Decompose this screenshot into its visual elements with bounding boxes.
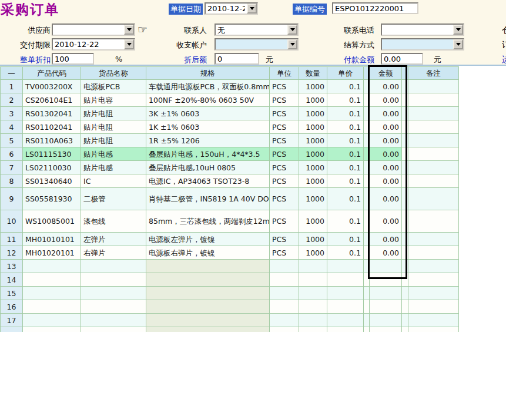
grid-cell[interactable]: 0.1 [327,210,364,233]
discount-input[interactable] [52,53,94,65]
grid-cell[interactable]: PCS [270,107,299,120]
grid-cell[interactable] [364,273,370,287]
grid-cell[interactable] [81,260,146,273]
hand-pointer-icon[interactable]: ☞ [138,24,148,35]
grid-cell[interactable] [299,300,327,314]
grid-cell[interactable] [364,134,370,147]
grid-cell[interactable]: 1000 [299,233,327,246]
grid-cell[interactable] [327,287,364,300]
grid-cell[interactable] [408,300,459,314]
grid-cell[interactable] [408,314,459,327]
grid-cell[interactable]: 电源板右弹片，镀镍 [146,246,270,260]
phone-combobox[interactable] [381,23,464,36]
grid-cell[interactable] [408,93,459,107]
grid-cell[interactable]: PCS [270,233,299,246]
grid-cell[interactable]: PCS [270,93,299,107]
grid-cell[interactable] [408,246,459,260]
doc-date-dropdown-button[interactable] [247,4,257,14]
grid-cell[interactable]: 0.00 [370,188,402,210]
phone-dropdown-button[interactable] [453,25,463,35]
grid-cell[interactable]: 0.1 [327,174,364,188]
grid-cell[interactable] [402,327,408,332]
grid-cell[interactable] [370,287,402,300]
grid-cell[interactable] [408,287,459,300]
grid-cell[interactable] [402,93,408,107]
grid-cell[interactable] [146,287,270,300]
grid-cell[interactable]: 0.00 [370,161,402,174]
grid-cell[interactable] [402,273,408,287]
grid-cell[interactable] [146,273,270,287]
grid-cell[interactable]: 100NF ±20%-80% 0603 50V [146,93,270,107]
grid-cell[interactable] [370,314,402,327]
grid-cell[interactable] [364,80,370,93]
grid-cell[interactable] [408,120,459,134]
grid-cell[interactable]: 1000 [299,80,327,93]
grid-cell[interactable]: 贴片电阻 [81,120,146,134]
grid-cell[interactable]: 0.00 [370,147,402,161]
grid-cell[interactable] [402,188,408,210]
grid-cell[interactable]: 1K ±1% 0603 [146,120,270,134]
grid-cell[interactable] [408,210,459,233]
grid-cell[interactable] [299,273,327,287]
grid-cell[interactable] [408,233,459,246]
grid-cell[interactable]: 0.00 [370,174,402,188]
settle-dropdown-button[interactable] [453,39,463,49]
delivery-dropdown-button[interactable] [124,39,134,49]
grid-cell[interactable]: 贴片电感 [81,147,146,161]
account-combobox[interactable] [215,38,299,51]
grid-cell[interactable] [402,314,408,327]
grid-cell[interactable] [364,246,370,260]
grid-cell[interactable] [23,314,81,327]
grid-cell[interactable] [146,260,270,273]
grid-cell[interactable] [270,287,299,300]
grid-cell[interactable]: 3K ±1% 0603 [146,107,270,120]
grid-cell[interactable] [402,147,408,161]
grid-cell[interactable] [327,300,364,314]
grid-cell[interactable]: 0.00 [370,93,402,107]
grid-cell[interactable]: 0.00 [370,246,402,260]
grid-cell[interactable]: 85mm，三芯漆包线，两端剥皮12mm，浸锡3mm [146,210,270,233]
pay-amount-input[interactable] [381,53,423,65]
grid-cell[interactable] [408,188,459,210]
grid-cell[interactable] [299,287,327,300]
grid-cell[interactable] [364,287,370,300]
grid-cell[interactable] [370,273,402,287]
grid-cell[interactable]: 0.1 [327,93,364,107]
grid-cell[interactable]: 电源板PCB [81,80,146,93]
grid-cell[interactable] [364,233,370,246]
grid-cell[interactable] [364,314,370,327]
grid-cell[interactable]: PCS [270,188,299,210]
grid-cell[interactable] [364,174,370,188]
grid-cell[interactable]: 1000 [299,147,327,161]
grid-cell[interactable] [364,300,370,314]
grid-cell[interactable] [408,80,459,93]
grid-cell[interactable] [327,314,364,327]
grid-cell[interactable] [299,314,327,327]
grid-cell[interactable] [370,327,402,332]
grid-cell[interactable]: 1000 [299,107,327,120]
grid-cell[interactable]: RS0110A063 [23,134,81,147]
grid-cell[interactable]: 0.00 [370,134,402,147]
grid-cell[interactable]: 0.00 [370,120,402,134]
grid-cell[interactable] [270,260,299,273]
grid-cell[interactable]: LS01115130 [23,147,81,161]
after-discount-input[interactable] [215,53,259,65]
grid-cell[interactable]: 0.1 [327,233,364,246]
grid-cell[interactable] [408,161,459,174]
contact-dropdown-button[interactable] [287,25,297,35]
grid-cell[interactable] [270,314,299,327]
grid-cell[interactable] [23,273,81,287]
grid-cell[interactable] [270,273,299,287]
grid-cell[interactable] [408,174,459,188]
grid-cell[interactable] [408,327,459,332]
grid-cell[interactable]: 0.00 [370,80,402,93]
grid-cell[interactable] [327,273,364,287]
grid-cell[interactable]: RS01102041 [23,120,81,134]
grid-cell[interactable]: 漆包线 [81,210,146,233]
grid-cell[interactable] [270,300,299,314]
grid-cell[interactable]: 0.1 [327,134,364,147]
doc-date-combobox[interactable]: 2010-12-22 [205,2,258,15]
grid-cell[interactable]: PCS [270,80,299,93]
grid-cell[interactable] [364,93,370,107]
grid-cell[interactable]: 右弹片 [81,246,146,260]
